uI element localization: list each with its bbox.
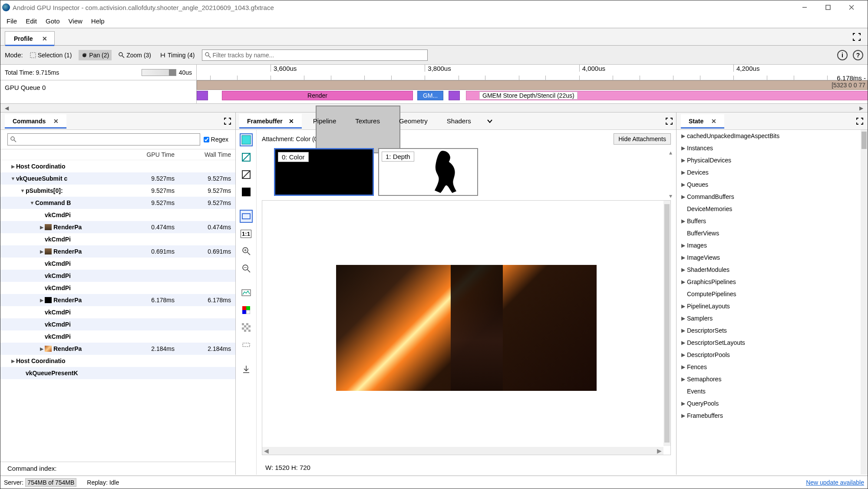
thumbs-scroll-down-icon[interactable]: ▾ [669, 192, 675, 199]
hide-attachments-button[interactable]: Hide Attachments [614, 133, 671, 145]
track-gm[interactable]: GM... [417, 91, 443, 100]
state-item[interactable]: Events [677, 385, 868, 397]
tab-shaders[interactable]: Shaders [439, 114, 479, 128]
chevron-icon[interactable]: ▶ [679, 242, 687, 248]
commands-tree[interactable]: ▶Host Coordinatio▼vkQueueSubmit c9.527ms… [0, 160, 235, 462]
thumbnail-depth[interactable]: 1: Depth [378, 148, 478, 196]
info-icon[interactable]: i [837, 50, 848, 60]
help-icon[interactable]: ? [853, 50, 863, 60]
state-vscrollbar[interactable] [861, 130, 868, 475]
chevron-icon[interactable]: ▼ [20, 188, 26, 193]
state-item[interactable]: ▶QueryPools [677, 397, 868, 410]
scroll-right-icon[interactable]: ▶ [857, 105, 866, 111]
tab-textures[interactable]: Textures [347, 114, 388, 128]
minimize-button[interactable] [798, 2, 811, 13]
tab-framebuffer[interactable]: Framebuffer ✕ [239, 114, 302, 128]
tab-pipeline[interactable]: Pipeline [305, 114, 344, 128]
scroll-left-icon[interactable]: ◀ [2, 105, 11, 111]
maximize-button[interactable] [822, 2, 835, 13]
command-row[interactable]: ▼pSubmits[0]:9.527ms9.527ms [0, 185, 235, 197]
timeline-ruler[interactable]: 3,600us 3,800us 4,000us 4,200us 6.178ms … [197, 65, 868, 80]
chevron-icon[interactable]: ▶ [39, 249, 45, 254]
update-link[interactable]: New update available [806, 479, 864, 486]
state-item[interactable]: ▶DescriptorSets [677, 324, 868, 337]
chevron-icon[interactable]: ▶ [679, 340, 687, 346]
state-item[interactable]: ▶CommandBuffers [677, 191, 868, 203]
timeline-hscrollbar[interactable]: ◀ ▶ [0, 104, 868, 112]
thumbs-scroll-up-icon[interactable]: ▴ [669, 149, 675, 156]
chevron-icon[interactable]: ▶ [679, 352, 687, 358]
state-item[interactable]: ▶Semaphores [677, 373, 868, 385]
state-item[interactable]: ▶Framebuffers [677, 410, 868, 422]
state-item[interactable]: ▶GraphicsPipelines [677, 276, 868, 288]
canvas-vscrollbar[interactable] [663, 201, 670, 446]
tabs-overflow-icon[interactable] [482, 118, 497, 124]
state-item[interactable]: ▶Samplers [677, 312, 868, 324]
chevron-icon[interactable]: ▶ [679, 376, 687, 382]
command-row[interactable]: vkCmdPi [0, 209, 235, 221]
tool-color-channel-cyan[interactable] [240, 133, 253, 146]
command-row[interactable]: ▶Host Coordinatio [0, 355, 235, 367]
track-seg-purple-2[interactable] [449, 91, 460, 100]
track-seg-purple-1[interactable] [197, 91, 208, 100]
framebuffer-canvas[interactable]: ◀▶ [262, 200, 671, 455]
state-tree[interactable]: ▶cachedUnpackedImageAspectBits▶Instances… [677, 130, 868, 475]
chevron-icon[interactable]: ▶ [679, 182, 687, 188]
menu-view[interactable]: View [64, 16, 87, 26]
tool-flip-icon[interactable] [240, 338, 253, 351]
scroll-thumb[interactable] [316, 106, 400, 153]
command-row[interactable]: vkCmdPi [0, 318, 235, 330]
filter-tracks-input[interactable]: Filter tracks by name... [202, 50, 428, 61]
command-row[interactable]: vkCmdPi [0, 330, 235, 343]
track-gmem-store[interactable]: GMEM Store Depth/Stencil (22us) [466, 91, 868, 100]
tab-profile-close-icon[interactable]: ✕ [42, 35, 47, 42]
chevron-icon[interactable]: ▶ [679, 145, 687, 151]
state-item[interactable]: ▶DescriptorSetLayouts [677, 337, 868, 349]
chevron-icon[interactable]: ▶ [679, 194, 687, 200]
framebuffer-maximize-icon[interactable] [666, 118, 673, 125]
mode-timing[interactable]: Timing (4) [158, 51, 197, 59]
tab-state[interactable]: State ✕ [681, 114, 724, 128]
command-row[interactable]: vkCmdPi [0, 282, 235, 294]
gpu-queue-tracks[interactable]: [5323 0 0 77 Render GM... GMEM Store Dep… [197, 80, 868, 103]
chevron-icon[interactable]: ▶ [679, 303, 687, 309]
command-row[interactable]: ▶RenderPa0.474ms0.474ms [0, 221, 235, 233]
state-item[interactable]: ▶Fences [677, 361, 868, 373]
command-row[interactable]: ▶RenderPa0.691ms0.691ms [0, 245, 235, 258]
chevron-icon[interactable]: ▶ [39, 225, 45, 230]
tool-zoom-out-icon[interactable] [240, 262, 253, 275]
chevron-icon[interactable]: ▶ [39, 346, 45, 352]
fullscreen-icon[interactable] [850, 31, 863, 43]
command-row[interactable]: vkCmdPi [0, 258, 235, 270]
tool-save-icon[interactable] [240, 363, 253, 376]
tool-alpha-checker-icon[interactable] [240, 321, 253, 334]
command-row[interactable]: vkQueuePresentK [0, 367, 235, 379]
tool-overlay[interactable] [240, 168, 253, 181]
tab-profile[interactable]: Profile ✕ [5, 31, 55, 46]
menu-file[interactable]: File [2, 16, 21, 26]
thumbnail-color[interactable]: 0: Color [274, 148, 374, 196]
chevron-icon[interactable]: ▶ [679, 267, 687, 273]
commands-search-input[interactable] [7, 133, 200, 145]
timeline-overview-bar[interactable] [142, 69, 176, 76]
state-item[interactable]: ▶ImageViews [677, 251, 868, 264]
command-row[interactable]: ▼Command B9.527ms9.527ms [0, 197, 235, 209]
tool-solid-black[interactable] [240, 185, 253, 198]
tool-fit-to-screen[interactable] [240, 210, 253, 223]
state-item[interactable]: DeviceMemories [677, 203, 868, 215]
state-item[interactable]: ComputePipelines [677, 288, 868, 300]
close-button[interactable] [845, 2, 858, 13]
command-row[interactable]: ▶RenderPa6.178ms6.178ms [0, 294, 235, 306]
state-item[interactable]: ▶PhysicalDevices [677, 154, 868, 166]
regex-checkbox[interactable]: Regex [204, 136, 228, 143]
command-row[interactable]: ▶RenderPa2.184ms2.184ms [0, 343, 235, 355]
command-row[interactable]: ▶Host Coordinatio [0, 160, 235, 172]
chevron-icon[interactable]: ▶ [679, 218, 687, 224]
chevron-icon[interactable]: ▶ [679, 279, 687, 285]
mode-selection[interactable]: Selection (1) [28, 51, 74, 59]
mode-pan[interactable]: Pan (2) [79, 50, 112, 60]
chevron-icon[interactable]: ▼ [29, 200, 35, 205]
tab-framebuffer-close-icon[interactable]: ✕ [289, 118, 294, 125]
menu-help[interactable]: Help [87, 16, 109, 26]
tool-channels-icon[interactable] [240, 304, 253, 317]
